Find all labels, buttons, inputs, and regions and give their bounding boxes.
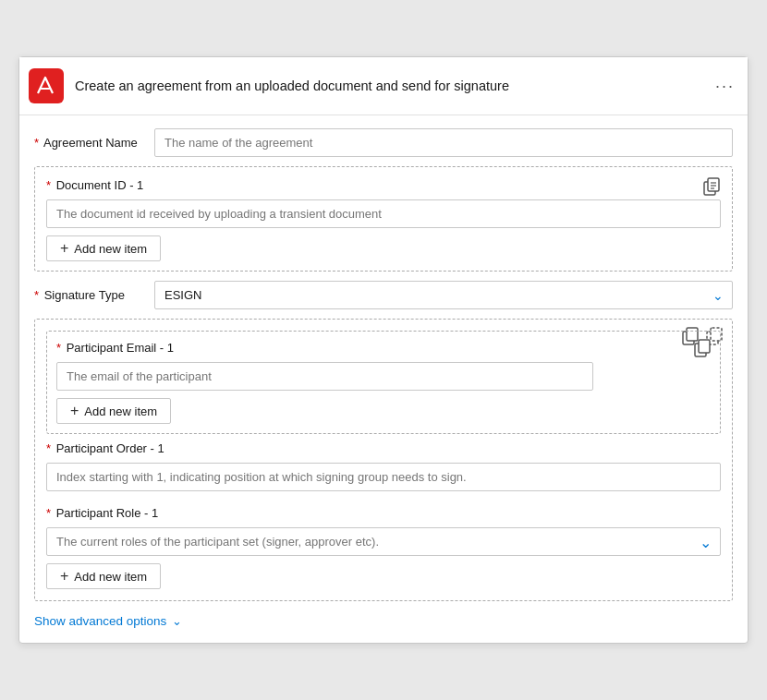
document-id-label: * Document ID - 1: [46, 178, 721, 192]
participant-order-section: * Participant Order - 1: [46, 441, 721, 499]
show-advanced-label: Show advanced options: [34, 614, 166, 628]
participant-email-label: * Participant Email - 1: [56, 341, 711, 355]
participant-order-label: * Participant Order - 1: [46, 441, 721, 455]
required-star-agreement: *: [34, 136, 39, 150]
required-star-role: *: [46, 506, 51, 520]
copy-icon-participant-email[interactable]: [694, 339, 712, 361]
svg-rect-0: [29, 68, 64, 103]
plus-icon-document: +: [60, 241, 68, 256]
participant-role-label: * Participant Role - 1: [46, 506, 721, 520]
header-title: Create an agreement from an uploaded doc…: [75, 78, 715, 93]
participant-role-input[interactable]: [46, 527, 721, 556]
required-star-email: *: [56, 341, 61, 355]
agreement-name-label: * Agreement Name: [34, 136, 154, 150]
signature-type-row: * Signature Type ESIGN WRITTEN ⌄: [34, 281, 733, 309]
signature-type-select[interactable]: ESIGN WRITTEN: [154, 281, 733, 309]
plus-icon-email: +: [70, 404, 79, 418]
copy-svg-icon: [703, 177, 722, 196]
participant-outer-section: * Participant Email - 1 + Add new item: [34, 319, 733, 601]
add-document-button[interactable]: + Add new item: [46, 235, 161, 261]
required-star-order: *: [46, 441, 51, 455]
svg-rect-11: [699, 340, 710, 353]
more-options-button[interactable]: ···: [715, 77, 735, 96]
required-star-sig: *: [34, 288, 39, 302]
participant-role-section: * Participant Role - 1 ⌄: [46, 506, 721, 556]
required-star-doc: *: [46, 178, 51, 192]
plus-icon-participant: +: [60, 569, 68, 584]
agreement-name-input[interactable]: [154, 128, 733, 157]
svg-rect-2: [708, 178, 719, 191]
participant-email-input[interactable]: [56, 362, 593, 391]
participant-role-wrapper: ⌄: [46, 527, 721, 556]
add-participant-email-button[interactable]: + Add new item: [56, 398, 171, 424]
participant-email-section: * Participant Email - 1 + Add new item: [46, 331, 721, 434]
participant-order-input[interactable]: [46, 463, 721, 491]
document-id-section: * Document ID - 1 + Add new item: [34, 166, 733, 272]
signature-type-wrapper: ESIGN WRITTEN ⌄: [154, 281, 733, 309]
document-id-input[interactable]: [46, 199, 721, 228]
show-advanced-options-link[interactable]: Show advanced options ⌄: [34, 610, 733, 630]
card-header: Create an agreement from an uploaded doc…: [19, 57, 748, 115]
card-body: * Agreement Name * Document ID - 1: [19, 115, 748, 643]
signature-type-label: * Signature Type: [34, 288, 154, 302]
advanced-chevron-icon: ⌄: [172, 614, 182, 628]
add-participant-set-button[interactable]: + Add new item: [46, 563, 161, 589]
adobe-sign-icon: [29, 68, 64, 103]
copy-svg-email: [694, 339, 712, 357]
main-card: Create an agreement from an uploaded doc…: [18, 56, 749, 644]
agreement-name-row: * Agreement Name: [34, 128, 733, 157]
copy-icon-document[interactable]: [700, 175, 724, 199]
